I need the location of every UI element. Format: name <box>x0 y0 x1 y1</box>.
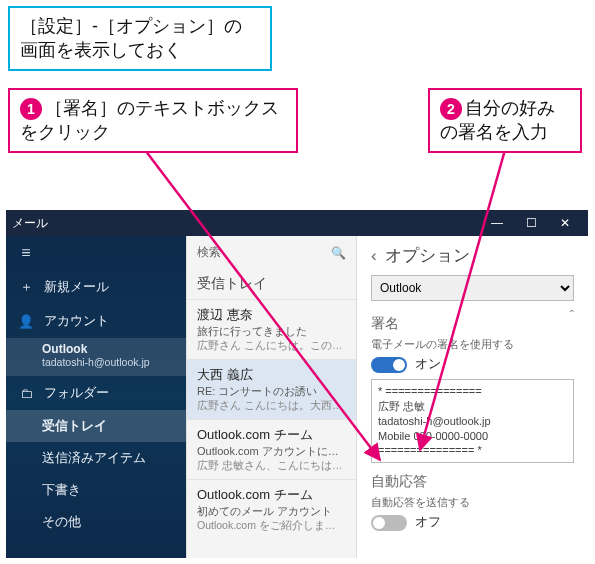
message-preview: 広野さん こんにちは。大西です。お誘い <box>197 399 346 413</box>
message-item[interactable]: 大西 義広 RE: コンサートのお誘い 広野さん こんにちは。大西です。お誘い <box>187 359 356 419</box>
autoreply-sub: 自動応答を送信する <box>371 495 574 510</box>
window-minimize[interactable]: — <box>480 216 514 230</box>
titlebar: メール — ☐ ✕ <box>6 210 588 236</box>
person-icon: 👤 <box>18 314 34 329</box>
message-preview: 広野 忠敏さん、こんにちは。引き続き <box>197 459 346 473</box>
folders-label: フォルダー <box>44 384 109 402</box>
message-preview: Outlook.com をご紹介します。まず、 <box>197 519 346 533</box>
step2-badge: 2 <box>440 98 462 120</box>
options-title: ‹オプション <box>371 244 574 267</box>
hamburger-button[interactable]: ≡ <box>6 236 186 270</box>
message-subject: Outlook.com アカウントにサインイン <box>197 444 346 459</box>
mail-app-window: メール — ☐ ✕ ≡ ＋ 新規メール 👤 アカウント Outlook tada… <box>6 210 588 558</box>
account-outlook[interactable]: Outlook tadatoshi-h@outlook.jp <box>6 338 186 376</box>
plus-icon: ＋ <box>18 278 34 296</box>
folder-sent[interactable]: 送信済みアイテム <box>6 442 186 474</box>
message-from: Outlook.com チーム <box>197 486 346 504</box>
search-field[interactable]: 検索 🔍 <box>187 236 356 269</box>
autoreply-toggle[interactable]: オフ <box>371 514 441 531</box>
new-mail-label: 新規メール <box>44 278 109 296</box>
toggle-on-icon <box>371 357 407 373</box>
folders-header[interactable]: 🗀 フォルダー <box>6 376 186 410</box>
message-subject: 初めてのメール アカウント <box>197 504 346 519</box>
search-label: 検索 <box>197 244 221 261</box>
callout-step1: 1［署名］のテキストボックスをクリック <box>8 88 298 153</box>
options-title-text: オプション <box>385 246 470 265</box>
signature-toggle[interactable]: オン <box>371 356 441 373</box>
accounts-label: アカウント <box>44 312 109 330</box>
app-title: メール <box>12 215 48 232</box>
step1-badge: 1 <box>20 98 42 120</box>
message-item[interactable]: Outlook.com チーム Outlook.com アカウントにサインイン … <box>187 419 356 479</box>
window-close[interactable]: ✕ <box>548 216 582 230</box>
signature-section-title: 署名 <box>371 315 574 333</box>
back-button[interactable]: ‹ <box>371 246 377 265</box>
step1-text: ［署名］のテキストボックスをクリック <box>20 98 279 142</box>
callout-prereq: ［設定］-［オプション］の 画面を表示しておく <box>8 6 272 71</box>
account-address: tadatoshi-h@outlook.jp <box>42 356 174 368</box>
hamburger-icon: ≡ <box>18 244 34 262</box>
message-from: Outlook.com チーム <box>197 426 346 444</box>
search-icon: 🔍 <box>331 246 346 260</box>
signature-textbox[interactable]: * =============== 広野 忠敏 tadatoshi-h@outl… <box>371 379 574 463</box>
message-subject: RE: コンサートのお誘い <box>197 384 346 399</box>
toggle-off-icon <box>371 515 407 531</box>
message-subject: 旅行に行ってきました <box>197 324 346 339</box>
collapse-icon[interactable]: ˆ <box>570 309 574 323</box>
message-from: 渡辺 恵奈 <box>197 306 346 324</box>
folder-inbox[interactable]: 受信トレイ <box>6 410 186 442</box>
folder-drafts[interactable]: 下書き <box>6 474 186 506</box>
toggle-on-label: オン <box>415 356 441 373</box>
toggle-off-label: オフ <box>415 514 441 531</box>
new-mail-button[interactable]: ＋ 新規メール <box>6 270 186 304</box>
window-maximize[interactable]: ☐ <box>514 216 548 230</box>
signature-sub: 電子メールの署名を使用する <box>371 337 574 352</box>
folder-icon: 🗀 <box>18 386 34 401</box>
folder-other[interactable]: その他 <box>6 506 186 538</box>
message-item[interactable]: Outlook.com チーム 初めてのメール アカウント Outlook.co… <box>187 479 356 539</box>
account-name: Outlook <box>42 342 174 356</box>
sidebar: ≡ ＋ 新規メール 👤 アカウント Outlook tadatoshi-h@ou… <box>6 236 186 558</box>
message-list: 検索 🔍 受信トレイ 渡辺 恵奈 旅行に行ってきました 広野さん こんにちは。こ… <box>186 236 356 558</box>
options-pane: ‹オプション Outlook ˆ 署名 電子メールの署名を使用する オン * =… <box>356 236 588 558</box>
callout-step2: 2自分の好みの署名を入力 <box>428 88 582 153</box>
message-item[interactable]: 渡辺 恵奈 旅行に行ってきました 広野さん こんにちは。この間の週末、 <box>187 299 356 359</box>
account-select[interactable]: Outlook <box>371 275 574 301</box>
list-header: 受信トレイ <box>187 269 356 299</box>
message-from: 大西 義広 <box>197 366 346 384</box>
message-preview: 広野さん こんにちは。この間の週末、 <box>197 339 346 353</box>
accounts-header[interactable]: 👤 アカウント <box>6 304 186 338</box>
autoreply-section-title: 自動応答 <box>371 473 574 491</box>
